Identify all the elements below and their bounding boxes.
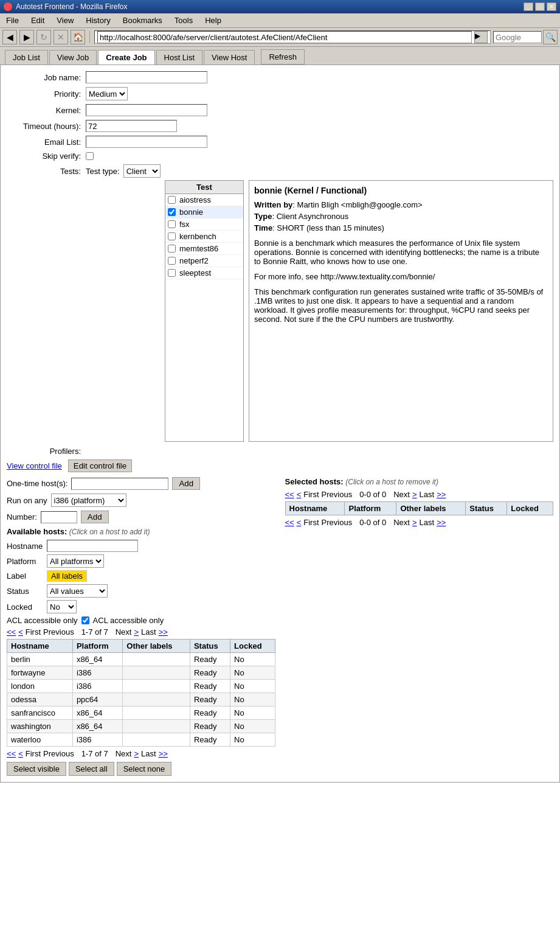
table-row[interactable]: washington x86_64 Ready No [7,720,275,733]
avail-last-label-top: Last [141,627,156,637]
cell-hostname: washington [7,720,73,733]
hosts-area: One-time host(s): Add Run on any i386 (p… [7,477,553,776]
skip-verify-checkbox[interactable] [86,152,94,160]
sel-first-btn-bottom[interactable]: << [285,518,294,527]
test-item-sleeptest: sleeptest [165,267,243,279]
table-row[interactable]: berlin x86_64 Ready No [7,653,275,666]
edit-control-file-button[interactable]: Edit control file [68,459,132,472]
sel-prev-btn-top[interactable]: < [297,490,302,499]
one-time-host-add-button[interactable]: Add [172,477,200,490]
email-input[interactable] [86,136,207,148]
time-label: Time [254,223,272,232]
avail-first-btn-bottom[interactable]: << [7,749,16,758]
minimize-button[interactable]: _ [524,2,533,11]
cell-hostname: sanfrancisco [7,706,73,720]
cell-platform: x86_64 [72,653,122,666]
avail-last-btn-bottom[interactable]: >> [159,749,168,758]
platform-filter-select[interactable]: All platforms i386 x86_64 ppc64 [47,554,104,568]
one-time-host-row: One-time host(s): Add [7,477,275,490]
test-checkbox-fsx[interactable] [168,220,176,228]
tab-host-list[interactable]: Host List [156,50,203,65]
timeout-input[interactable] [86,120,177,132]
sel-next-btn-bottom[interactable]: > [412,518,417,527]
test-desc-title: bonnie (Kernel / Functional) [254,186,548,195]
avail-last-label-bottom: Last [141,749,156,758]
select-all-button[interactable]: Select all [69,762,114,776]
table-row[interactable]: fortwayne i386 Ready No [7,666,275,680]
search-button[interactable]: 🔍 [543,30,558,44]
cell-other-labels [123,666,190,680]
address-input[interactable] [97,31,472,43]
hostname-filter-input[interactable] [47,540,138,552]
test-type-select[interactable]: Client Server [123,164,161,178]
tab-create-job[interactable]: Create Job [98,50,154,65]
sel-last-btn-top[interactable]: >> [437,490,446,499]
search-input[interactable] [493,31,542,43]
test-checkbox-aiostress[interactable] [168,196,176,204]
avail-next-btn-bottom[interactable]: > [134,749,139,758]
avail-prev-btn-top[interactable]: < [18,627,23,637]
test-label-sleeptest: sleeptest [179,268,211,277]
avail-prev-btn-bottom[interactable]: < [18,749,23,758]
test-checkbox-netperf2[interactable] [168,257,176,265]
refresh-button[interactable]: Refresh [261,49,305,65]
menu-bookmarks[interactable]: Bookmarks [119,15,166,26]
run-on-select[interactable]: i386 (platform) x86_64 (platform) ppc64 … [51,494,126,507]
acl-checkbox[interactable] [81,616,89,624]
select-visible-button[interactable]: Select visible [7,762,66,776]
table-row[interactable]: waterloo i386 Ready No [7,733,275,747]
back-button[interactable]: ◀ [2,30,17,44]
go-button[interactable]: ▶ [474,31,488,43]
test-checkbox-memtest86[interactable] [168,245,176,253]
sel-prev-btn-bottom[interactable]: < [297,518,302,527]
test-checkbox-bonnie[interactable] [168,208,176,216]
menu-view[interactable]: View [53,15,77,26]
forward-button[interactable]: ▶ [19,30,34,44]
status-filter-select[interactable]: All values Ready Running Repair Failed [47,584,108,598]
avail-next-btn-top[interactable]: > [134,627,139,637]
select-buttons: Select visible Select all Select none [7,762,275,776]
tab-view-job[interactable]: View Job [49,50,97,65]
avail-first-btn-top[interactable]: << [7,627,16,637]
sel-col-hostname: Hostname [285,502,345,515]
table-row[interactable]: sanfrancisco x86_64 Ready No [7,706,275,720]
stop-button[interactable]: ✕ [54,30,68,44]
menu-edit[interactable]: Edit [27,15,48,26]
job-name-input[interactable] [86,71,207,83]
written-by-value: Martin Bligh <mbligh@google.com> [297,200,423,209]
label-filter-badge[interactable]: All labels [47,570,87,582]
table-row[interactable]: odessa ppc64 Ready No [7,693,275,706]
select-none-button[interactable]: Select none [117,762,172,776]
menu-file[interactable]: File [2,15,22,26]
test-desc-type: Type: Client Asynchronous [254,212,548,221]
create-job-form: Job name: Priority: Low Medium High Urge… [0,65,560,783]
one-time-host-input[interactable] [71,478,168,490]
test-checkbox-kernbench[interactable] [168,232,176,240]
skip-verify-row: Skip verify: [7,152,553,161]
table-row[interactable]: london i386 Ready No [7,680,275,693]
maximize-button[interactable]: □ [535,2,545,11]
col-other-labels: Other labels [123,640,190,653]
close-button[interactable]: ✕ [547,2,556,11]
available-hosts-subtitle: (Click on a host to add it) [69,528,150,536]
timeout-label: Timeout (hours): [7,122,86,131]
number-add-button[interactable]: Add [81,511,109,523]
menu-tools[interactable]: Tools [171,15,196,26]
priority-select[interactable]: Low Medium High Urgent [86,87,128,100]
home-button[interactable]: 🏠 [71,30,85,44]
avail-last-btn-top[interactable]: >> [159,627,168,637]
tab-view-host[interactable]: View Host [204,50,255,65]
reload-button[interactable]: ↻ [36,30,51,44]
test-checkbox-sleeptest[interactable] [168,269,176,277]
locked-filter-select[interactable]: No Yes Both [47,600,77,613]
sel-last-btn-bottom[interactable]: >> [437,518,446,527]
tab-job-list[interactable]: Job List [5,50,48,65]
kernel-input[interactable] [86,104,207,116]
menu-help[interactable]: Help [201,15,225,26]
sel-first-btn-top[interactable]: << [285,490,294,499]
avail-next-label-top: Next [116,627,132,637]
sel-next-btn-top[interactable]: > [412,490,417,499]
menu-history[interactable]: History [82,15,114,26]
view-control-file-button[interactable]: View control file [7,461,62,470]
number-input[interactable] [41,511,77,523]
